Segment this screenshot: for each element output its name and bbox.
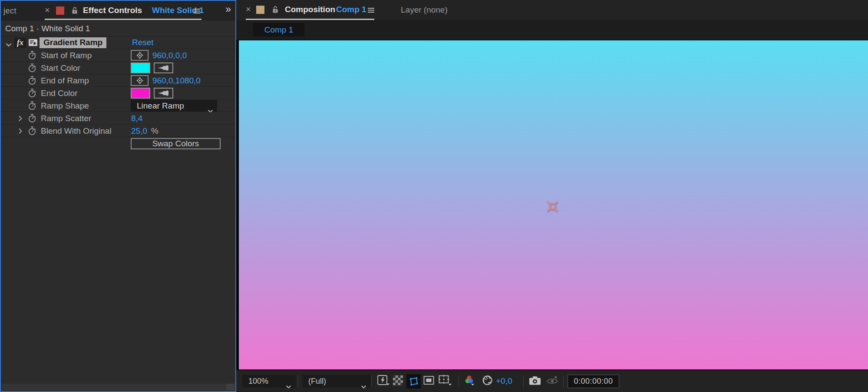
effect-type-icon bbox=[28, 39, 38, 48]
prop-row-start-color: Start Color bbox=[1, 62, 235, 74]
panel-group-marker-red bbox=[56, 7, 64, 15]
color-swatch-end[interactable] bbox=[131, 88, 150, 99]
stopwatch-icon[interactable] bbox=[28, 126, 36, 138]
fast-previews-icon[interactable] bbox=[377, 374, 391, 388]
exposure-value[interactable]: +0,0 bbox=[496, 376, 512, 386]
property-value[interactable]: 8,4 bbox=[131, 114, 142, 123]
effect-point-button[interactable] bbox=[131, 50, 149, 61]
effect-header-row: fx Gradient Ramp Reset bbox=[1, 36, 235, 49]
breadcrumb: Comp 1 · White Solid 1 bbox=[1, 20, 235, 36]
transparency-grid-icon[interactable] bbox=[393, 376, 403, 387]
panel-group-marker-tan bbox=[256, 6, 264, 14]
mask-shape-visibility-icon[interactable] bbox=[406, 374, 421, 389]
panel-menu-icon[interactable] bbox=[193, 8, 201, 16]
eyedropper-button[interactable] bbox=[154, 63, 173, 73]
property-value[interactable]: 960,0,1080,0 bbox=[152, 76, 201, 86]
show-snapshot-eye-icon[interactable] bbox=[546, 376, 558, 387]
composition-viewer[interactable] bbox=[236, 40, 868, 370]
prop-row-swap-colors: Swap Colors bbox=[1, 137, 235, 150]
panel-menu-icon[interactable] bbox=[367, 7, 375, 15]
ramp-shape-select[interactable]: Linear Ramp bbox=[131, 100, 217, 112]
panel-title[interactable]: Effect Controls bbox=[83, 6, 142, 15]
toolbar-divider bbox=[298, 376, 298, 387]
stopwatch-icon[interactable] bbox=[28, 63, 36, 75]
color-swatch-start[interactable] bbox=[131, 63, 150, 73]
viewer-tab-comp1[interactable]: Comp 1 bbox=[253, 23, 304, 36]
toolbar-divider bbox=[459, 376, 459, 387]
active-tab-underline bbox=[45, 19, 201, 20]
panel-title[interactable]: Composition bbox=[285, 5, 335, 14]
expander-chevron-icon[interactable] bbox=[18, 128, 22, 136]
property-value-suffix: % bbox=[151, 126, 158, 136]
composition-tabbar: × Composition Comp 1 Layer (none) bbox=[236, 0, 868, 20]
property-label[interactable]: Ramp Shape bbox=[41, 101, 89, 111]
after-effects-workspace: ject × Effect Controls White Solid 1 » C… bbox=[0, 0, 868, 392]
show-channel-icon[interactable] bbox=[464, 375, 477, 388]
effect-controls-tabbar: ject × Effect Controls White Solid 1 » bbox=[1, 1, 235, 20]
expander-chevron-icon[interactable] bbox=[18, 115, 22, 123]
horizontal-scrollbar-track[interactable] bbox=[2, 384, 234, 390]
chevron-down-icon[interactable] bbox=[6, 41, 12, 49]
magnification-select[interactable]: 100% bbox=[242, 375, 296, 388]
effect-name-selected[interactable]: Gradient Ramp bbox=[40, 37, 106, 48]
viewer-toolbar: 100% (Full) bbox=[236, 370, 868, 392]
tab-overflow-icon[interactable]: » bbox=[225, 3, 230, 15]
viewer-tab-strip: Comp 1 bbox=[236, 20, 868, 40]
stopwatch-icon[interactable] bbox=[28, 76, 36, 87]
effect-control-point-icon[interactable] bbox=[544, 198, 561, 215]
property-label[interactable]: End of Ramp bbox=[41, 76, 89, 86]
resolution-value: (Full) bbox=[308, 377, 326, 385]
property-value[interactable]: 960,0,0,0 bbox=[152, 51, 187, 60]
close-icon[interactable]: × bbox=[45, 5, 50, 15]
current-time-field[interactable]: 0:00:00:00 bbox=[568, 375, 619, 388]
effect-point-button[interactable] bbox=[131, 75, 149, 86]
eyedropper-button[interactable] bbox=[154, 88, 173, 99]
close-icon[interactable]: × bbox=[246, 4, 251, 14]
property-label[interactable]: Ramp Scatter bbox=[41, 114, 91, 123]
toolbar-divider bbox=[371, 376, 372, 387]
prop-row-blend-with-original: Blend With Original 25,0 % bbox=[1, 125, 235, 137]
chevron-down-icon bbox=[361, 380, 366, 392]
prop-row-ramp-shape: Ramp Shape Linear Ramp bbox=[1, 99, 235, 112]
selected-option: Linear Ramp bbox=[137, 101, 184, 110]
prop-row-end-of-ramp: End of Ramp 960,0,1080,0 bbox=[1, 74, 235, 87]
exposure-aperture-icon[interactable] bbox=[482, 375, 493, 388]
reset-button[interactable]: Reset bbox=[132, 38, 154, 47]
effect-controls-panel: ject × Effect Controls White Solid 1 » C… bbox=[0, 0, 236, 392]
property-label[interactable]: Start of Ramp bbox=[41, 51, 92, 60]
unlock-icon[interactable] bbox=[71, 7, 78, 16]
magnification-value: 100% bbox=[248, 377, 268, 385]
property-label[interactable]: End Color bbox=[41, 89, 78, 98]
grid-and-guides-icon[interactable] bbox=[439, 375, 452, 388]
stopwatch-icon[interactable] bbox=[28, 101, 36, 112]
toolbar-divider bbox=[563, 376, 564, 387]
chevron-down-icon bbox=[286, 380, 291, 392]
toolbar-divider bbox=[523, 376, 524, 387]
property-value[interactable]: 25,0 bbox=[131, 126, 147, 136]
region-of-interest-icon[interactable] bbox=[423, 376, 434, 387]
prop-row-end-color: End Color bbox=[1, 87, 235, 99]
scrollbar-corner bbox=[226, 384, 234, 390]
fx-toggle-badge[interactable]: fx bbox=[14, 38, 26, 48]
stopwatch-icon[interactable] bbox=[28, 50, 36, 62]
stopwatch-icon[interactable] bbox=[28, 88, 36, 100]
swap-colors-button[interactable]: Swap Colors bbox=[131, 138, 221, 149]
tab-layer[interactable]: Layer (none) bbox=[401, 5, 448, 15]
resolution-select[interactable]: (Full) bbox=[302, 375, 371, 388]
prop-row-ramp-scatter: Ramp Scatter 8,4 bbox=[1, 112, 235, 125]
unlock-icon[interactable] bbox=[272, 6, 279, 16]
property-label[interactable]: Blend With Original bbox=[41, 126, 112, 136]
property-label[interactable]: Start Color bbox=[41, 63, 80, 73]
active-comp-name[interactable]: Comp 1 bbox=[336, 5, 366, 14]
snapshot-camera-icon[interactable] bbox=[529, 376, 541, 387]
prop-row-start-of-ramp: Start of Ramp 960,0,0,0 bbox=[1, 49, 235, 62]
composition-panel: × Composition Comp 1 Layer (none) Comp 1 bbox=[236, 0, 868, 392]
stopwatch-icon[interactable] bbox=[28, 113, 36, 125]
project-tab-truncated[interactable]: ject bbox=[3, 6, 17, 16]
